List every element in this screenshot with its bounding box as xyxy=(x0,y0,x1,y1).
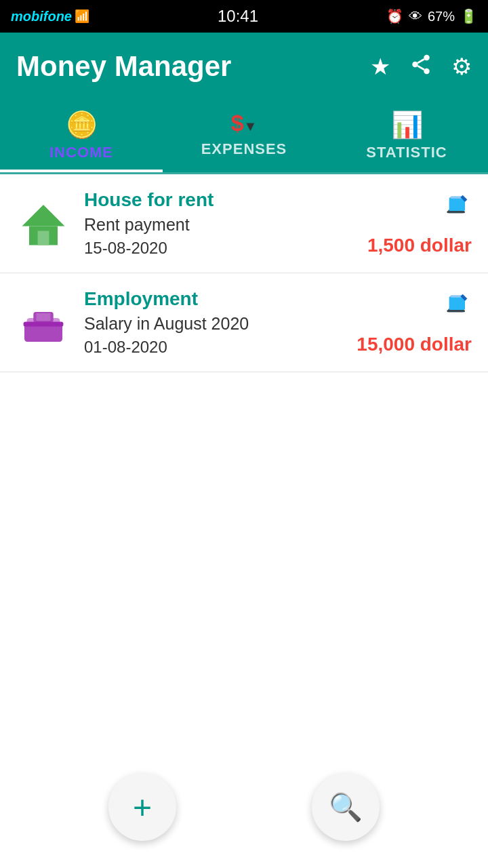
transaction-amount-employment: 15,000 dollar xyxy=(357,334,472,355)
svg-rect-16 xyxy=(37,313,51,321)
edit-button-rent[interactable] xyxy=(445,191,472,224)
search-button[interactable]: 🔍 xyxy=(312,773,380,841)
transaction-desc-rent: Rent payment xyxy=(84,215,367,235)
eye-icon: 👁 xyxy=(409,9,422,24)
transaction-icon-employment xyxy=(16,296,70,350)
app-title: Money Manager xyxy=(16,50,231,83)
table-row: Employment Salary in August 2020 01-08-2… xyxy=(0,273,488,372)
statistic-tab-label: STATISTIC xyxy=(366,144,447,161)
search-icon: 🔍 xyxy=(329,791,363,823)
transaction-right-rent: 1,500 dollar xyxy=(367,191,472,256)
app-bar-actions: ★ ⚙ xyxy=(370,53,472,81)
transaction-date-rent: 15-08-2020 xyxy=(84,239,367,258)
carrier-info: mobifone 📶 xyxy=(11,9,89,24)
transaction-amount-rent: 1,500 dollar xyxy=(367,235,472,256)
statistic-tab-icon: 📊 xyxy=(391,110,423,140)
svg-point-1 xyxy=(412,61,418,67)
transaction-date-employment: 01-08-2020 xyxy=(84,338,357,357)
transaction-icon-house xyxy=(16,197,70,251)
app-bar: Money Manager ★ ⚙ xyxy=(0,33,488,100)
carrier-text: mobifone xyxy=(11,9,72,24)
favorite-button[interactable]: ★ xyxy=(370,53,390,80)
svg-line-3 xyxy=(418,66,424,70)
tab-income[interactable]: 🪙 INCOME xyxy=(0,100,163,172)
system-icons: ⏰ 👁 67% 🔋 xyxy=(386,8,477,24)
battery-text: 67% xyxy=(428,9,455,24)
transaction-right-employment: 15,000 dollar xyxy=(357,290,472,355)
svg-point-0 xyxy=(424,54,430,60)
transaction-title-employment: Employment xyxy=(84,288,357,310)
income-tab-label: INCOME xyxy=(49,144,113,161)
transaction-details-employment: Employment Salary in August 2020 01-08-2… xyxy=(84,288,357,357)
signal-icon: 📶 xyxy=(75,9,89,24)
svg-rect-12 xyxy=(447,211,465,213)
tab-bar: 🪙 INCOME $▼ EXPENSES 📊 STATISTIC xyxy=(0,100,488,174)
fab-container: + 🔍 xyxy=(0,773,488,841)
svg-rect-22 xyxy=(447,310,465,312)
svg-rect-7 xyxy=(38,231,49,245)
tab-expenses[interactable]: $▼ EXPENSES xyxy=(163,100,325,172)
status-bar: mobifone 📶 10:41 ⏰ 👁 67% 🔋 xyxy=(0,0,488,33)
svg-line-4 xyxy=(418,59,424,63)
time-display: 10:41 xyxy=(218,7,258,26)
edit-button-employment[interactable] xyxy=(445,290,472,323)
transaction-desc-employment: Salary in August 2020 xyxy=(84,314,357,334)
income-tab-icon: 🪙 xyxy=(66,110,98,140)
transaction-details-rent: House for rent Rent payment 15-08-2020 xyxy=(84,189,367,258)
svg-marker-5 xyxy=(22,205,65,226)
expenses-tab-icon: $▼ xyxy=(231,110,258,136)
expenses-tab-label: EXPENSES xyxy=(201,140,287,158)
settings-button[interactable]: ⚙ xyxy=(451,53,472,80)
transaction-title-rent: House for rent xyxy=(84,189,367,211)
tab-statistic[interactable]: 📊 STATISTIC xyxy=(325,100,488,172)
svg-rect-17 xyxy=(24,321,64,326)
content-area: House for rent Rent payment 15-08-2020 1… xyxy=(0,174,488,717)
table-row: House for rent Rent payment 15-08-2020 1… xyxy=(0,174,488,273)
add-button[interactable]: + xyxy=(108,773,176,841)
alarm-icon: ⏰ xyxy=(386,8,403,24)
battery-icon: 🔋 xyxy=(460,8,477,24)
add-icon: + xyxy=(133,789,152,826)
svg-point-2 xyxy=(424,68,430,74)
share-button[interactable] xyxy=(409,53,432,81)
